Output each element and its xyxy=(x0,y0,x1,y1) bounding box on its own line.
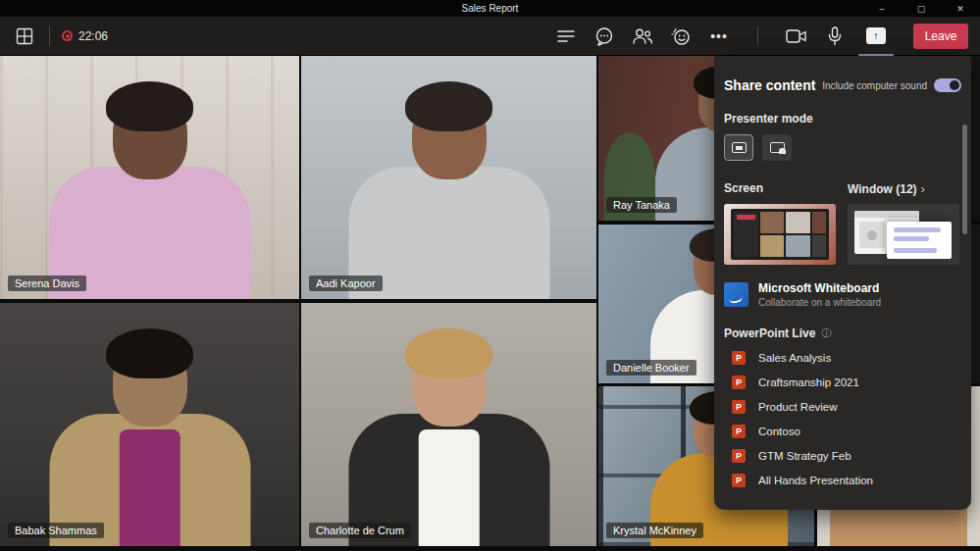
share-source-labels: Screen Window (12) › xyxy=(724,181,961,196)
maximize-button[interactable]: ▢ xyxy=(902,0,941,17)
participant-name-label: Krystal McKinney xyxy=(606,523,703,538)
include-sound-label: Include computer sound xyxy=(822,80,927,91)
powerpoint-file-list: P Sales Analysis P Craftsmanship 2021 P … xyxy=(724,345,961,492)
more-options-button[interactable]: ••• xyxy=(707,25,731,48)
participants-icon xyxy=(632,27,653,45)
participant-video xyxy=(32,340,268,546)
microphone-icon xyxy=(828,26,842,46)
recording-icon xyxy=(62,30,73,41)
window-title: Sales Report xyxy=(0,3,980,14)
title-bar: Sales Report – ▢ ✕ xyxy=(0,0,980,17)
powerpoint-live-label: PowerPoint Live xyxy=(724,326,815,340)
reactions-icon xyxy=(671,26,691,46)
gallery-view-button[interactable] xyxy=(12,24,37,49)
chevron-right-icon: › xyxy=(921,181,925,196)
share-source-thumbnails xyxy=(724,204,961,265)
reactions-button[interactable] xyxy=(669,25,693,48)
chat-icon xyxy=(594,26,614,46)
participant-name-label: Aadi Kapoor xyxy=(309,276,383,291)
powerpoint-live-header: PowerPoint Live ⓘ xyxy=(724,326,961,340)
ppt-file-item[interactable]: P GTM Strategy Feb xyxy=(724,443,961,468)
powerpoint-icon: P xyxy=(732,400,746,414)
participant-video xyxy=(332,340,567,546)
meeting-notes-icon xyxy=(557,29,575,43)
panel-title: Share content xyxy=(724,77,815,93)
powerpoint-icon: P xyxy=(732,351,746,365)
participant-name-label: Serena Davis xyxy=(8,276,86,291)
video-tile-aadi-kapoor[interactable]: Aadi Kapoor xyxy=(301,56,596,299)
panel-header: Share content Include computer sound xyxy=(724,77,961,93)
participant-video xyxy=(32,93,268,299)
chat-button[interactable] xyxy=(593,25,616,48)
include-computer-sound: Include computer sound xyxy=(822,78,961,92)
standout-icon xyxy=(770,142,785,153)
share-content-panel: Share content Include computer sound Pre… xyxy=(714,56,971,510)
share-content-button[interactable]: ↑ xyxy=(861,22,891,51)
recording-badge: 22:06 xyxy=(62,29,108,43)
powerpoint-icon: P xyxy=(732,425,746,438)
toolbar-divider xyxy=(757,26,758,46)
whiteboard-subtitle: Collaborate on a whiteboard xyxy=(758,297,881,308)
screen-share-thumbnail[interactable] xyxy=(724,204,836,265)
ppt-file-item[interactable]: P Craftsmanship 2021 xyxy=(724,370,961,394)
presenter-mode-options xyxy=(724,134,961,161)
participant-name-label: Babak Shammas xyxy=(8,523,104,538)
powerpoint-icon: P xyxy=(732,449,746,463)
toggle-knob-icon xyxy=(950,80,959,90)
presenter-mode-label: Presenter mode xyxy=(724,112,961,125)
camera-icon xyxy=(786,28,807,44)
participant-name-label: Charlotte de Crum xyxy=(309,523,411,538)
meeting-notes-button[interactable] xyxy=(554,25,578,48)
participant-name-label: Danielle Booker xyxy=(606,360,696,376)
ppt-file-item[interactable]: P All Hands Presentation xyxy=(724,468,961,492)
video-grid: Serena Davis Aadi Kapoor Ray Tanaka Dani… xyxy=(0,56,980,551)
meeting-timer: 22:06 xyxy=(78,29,108,43)
computer-sound-toggle[interactable] xyxy=(934,78,961,92)
meeting-toolbar: 22:06 xyxy=(0,17,980,56)
powerpoint-icon: P xyxy=(732,376,746,389)
minimize-button[interactable]: – xyxy=(862,0,902,17)
share-content-icon: ↑ xyxy=(866,27,886,44)
panel-scrollbar[interactable] xyxy=(962,125,967,234)
participant-name-label: Ray Tanaka xyxy=(606,197,677,213)
screen-preview xyxy=(731,209,829,260)
video-tile-serena-davis[interactable]: Serena Davis xyxy=(0,56,299,299)
whiteboard-title: Microsoft Whiteboard xyxy=(758,281,881,295)
participant-video xyxy=(332,93,567,299)
toolbar-right-group: ••• ↑ Leav xyxy=(554,22,968,51)
ppt-file-item[interactable]: P Contoso xyxy=(724,419,961,443)
close-button[interactable]: ✕ xyxy=(941,0,980,17)
video-tile-babak-shammas[interactable]: Babak Shammas xyxy=(0,303,299,546)
powerpoint-icon: P xyxy=(732,474,746,487)
teams-meeting-window: Sales Report – ▢ ✕ 22:06 xyxy=(0,0,980,551)
info-icon[interactable]: ⓘ xyxy=(821,326,831,340)
gallery-view-icon xyxy=(16,27,33,45)
leave-button[interactable]: Leave xyxy=(913,24,968,49)
ppt-file-item[interactable]: P Product Review xyxy=(724,394,961,419)
ppt-file-item[interactable]: P Sales Analysis xyxy=(724,345,961,370)
video-tile-charlotte-de-crum[interactable]: Charlotte de Crum xyxy=(301,303,596,546)
microsoft-whiteboard-item[interactable]: Microsoft Whiteboard Collaborate on a wh… xyxy=(724,281,961,308)
participants-button[interactable] xyxy=(631,25,654,48)
window-controls: – ▢ ✕ xyxy=(862,0,980,17)
camera-button[interactable] xyxy=(785,25,808,48)
content-only-icon xyxy=(732,142,747,153)
screen-label: Screen xyxy=(724,181,836,196)
whiteboard-icon xyxy=(724,282,748,307)
window-label[interactable]: Window (12) › xyxy=(848,181,959,196)
presenter-mode-standout[interactable] xyxy=(762,134,792,161)
toolbar-divider xyxy=(49,26,50,46)
presenter-mode-content-only[interactable] xyxy=(724,134,753,161)
window-share-thumbnail[interactable] xyxy=(848,204,959,265)
window-preview-front xyxy=(887,222,952,259)
microphone-button[interactable] xyxy=(823,25,847,48)
